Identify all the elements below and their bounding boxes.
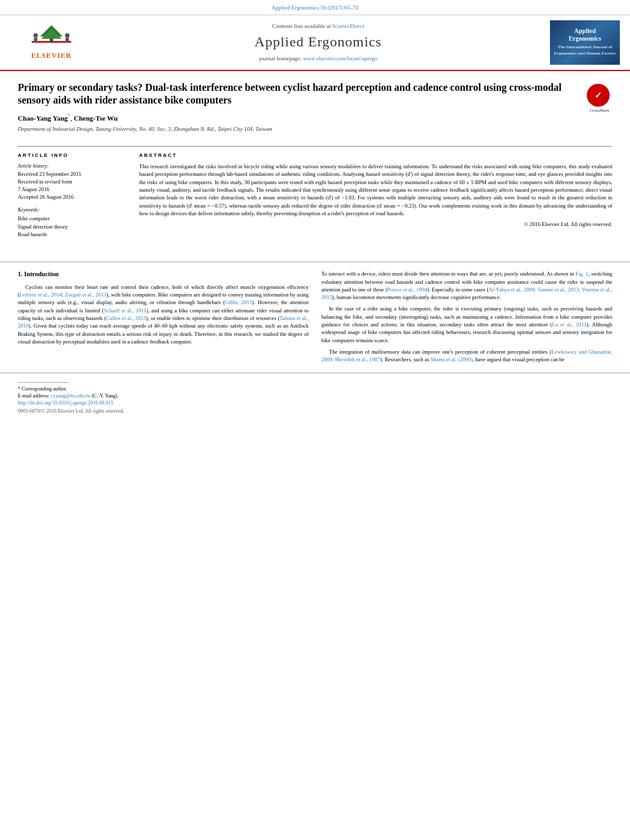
elsevier-logo-area: Applied ELSEVIER [10, 24, 93, 60]
revised-date: 7 August 2016 [18, 186, 129, 194]
ref-shams[interactable]: Shams et al. (2000) [431, 356, 473, 363]
ref-lefever[interactable]: Lefever et al., 2014; Zorgati et al., 20… [20, 291, 107, 298]
crossmark-area: ✓ CrossMark [587, 84, 612, 114]
ref-talsma[interactable]: Talsma et al., 2010 [18, 315, 309, 329]
corresponding-author-note: * Corresponding author. [18, 385, 612, 392]
journal-reference: Applied Ergonomics 59 (2017) 65–72 [0, 0, 630, 15]
journal-logo-area: Applied Ergonomics The International Jou… [544, 20, 620, 65]
body-col-right: To interact with a device, riders must d… [321, 270, 612, 367]
email-suffix: (C.-Y. Yang). [91, 393, 118, 399]
issn-line: 0003-6870/© 2016 Elsevier Ltd. All right… [18, 408, 612, 415]
svg-rect-5 [34, 37, 37, 42]
received-date: Received 23 September 2015 [18, 171, 129, 178]
revised-label: Received in revised form [18, 178, 129, 186]
crossmark-label: CrossMark [587, 108, 612, 114]
keywords-label: Keywords: [18, 206, 129, 213]
logo-line1: Applied [574, 27, 596, 35]
sciencedirect-link[interactable]: ScienceDirect [332, 23, 364, 29]
section1-heading: 1. Introduction [18, 270, 309, 279]
authors-line: Chao-Yang Yang*, Cheng-Tse Wu [18, 112, 577, 123]
ref-preece[interactable]: Preece et al., 1994 [387, 286, 427, 293]
journal-title: Applied Ergonomics [93, 32, 544, 52]
author1-name: Chao-Yang Yang [18, 114, 68, 122]
intro-para1: Cyclists can monitor their heart rate an… [18, 283, 309, 346]
article-info-label: ARTICLE INFO [18, 152, 129, 159]
ref-cullen[interactable]: Cullen et al., 2013 [106, 315, 146, 321]
logo-line2: Ergonomics [568, 35, 601, 43]
article-title-area: Primary or secondary tasks? Dual-task in… [18, 81, 612, 140]
svg-point-4 [34, 33, 38, 37]
article-history-group: Article history: Received 23 September 2… [18, 163, 129, 201]
body-col-left: 1. Introduction Cyclists can monitor the… [18, 270, 309, 367]
article-content: Primary or secondary tasks? Dual-task in… [0, 71, 630, 255]
elsevier-logo: Applied ELSEVIER [10, 24, 93, 60]
ref-alyahya[interactable]: Al-Yahya et al., 2009; Simoni et al., 20… [321, 286, 612, 300]
page: Applied Ergonomics 59 (2017) 65–72 [0, 0, 630, 840]
author2-name: Cheng-Tse Wu [74, 114, 117, 122]
abstract-label: ABSTRACT [139, 152, 612, 159]
footer: * Corresponding author. E-mail address: … [0, 373, 630, 418]
accepted-date: Accepted 26 August 2016 [18, 194, 129, 201]
elsevier-name: ELSEVIER [31, 51, 72, 60]
corresponding-label: * Corresponding author. [18, 386, 67, 392]
footnote-divider [18, 382, 69, 383]
email-label: E-mail address: [18, 393, 50, 399]
keyword3: Road hazards [18, 230, 129, 239]
ref-fig1[interactable]: Fig. 1 [575, 270, 588, 277]
crossmark-icon: ✓ [587, 84, 610, 107]
article-info-abstract: ARTICLE INFO Article history: Received 2… [18, 146, 612, 244]
abstract-column: ABSTRACT This research investigated the … [139, 152, 612, 244]
keywords-list: Bike computer Signal detection theory Ro… [18, 215, 129, 239]
svg-text:✓: ✓ [594, 90, 602, 100]
ref-gibbs[interactable]: Gibbs, 2013 [225, 299, 252, 305]
article-title: Primary or secondary tasks? Dual-task in… [18, 81, 577, 108]
ref-lu[interactable]: Lu et al., 2011 [552, 321, 586, 328]
homepage-url[interactable]: www.elsevier.com/locate/apergo [303, 55, 377, 62]
contents-text: Contents lists available at [272, 23, 331, 29]
journal-ref-text: Applied Ergonomics 59 (2017) 65–72 [272, 4, 359, 11]
body-content: 1. Introduction Cyclists can monitor the… [0, 270, 630, 367]
journal-homepage: journal homepage: www.elsevier.com/locat… [93, 55, 544, 63]
affiliation: Department of Industrial Design, Tatung … [18, 125, 577, 133]
abstract-text: This research investigated the risks inv… [139, 163, 612, 217]
email-link[interactable]: cyyang@ttu.edu.tw [51, 393, 90, 399]
section-divider [0, 262, 630, 262]
keyword2: Signal detection theory [18, 223, 129, 231]
crossmark-svg: ✓ [589, 86, 607, 104]
intro-para3: In the case of a rider using a bike comp… [321, 305, 612, 344]
svg-point-6 [65, 33, 69, 37]
author1-sup: * [68, 113, 70, 119]
article-info-column: ARTICLE INFO Article history: Received 2… [18, 152, 129, 244]
keywords-group: Keywords: Bike computer Signal detection… [18, 206, 129, 239]
intro-para2: To interact with a device, riders must d… [321, 270, 612, 301]
copyright-notice: © 2016 Elsevier Ltd. All rights reserved… [139, 221, 612, 229]
ref-scharff[interactable]: Scharff et al., 2011 [104, 307, 147, 314]
contents-available-line: Contents lists available at ScienceDirec… [93, 22, 544, 30]
elsevier-tree-icon [26, 24, 77, 50]
doi-link[interactable]: http://dx.doi.org/10.1016/j.apergo.2016.… [18, 399, 612, 406]
journal-header: Applied ELSEVIER Contents lists availabl… [0, 15, 630, 71]
email-note: E-mail address: cyyang@ttu.edu.tw (C.-Y.… [18, 392, 612, 399]
keyword1: Bike computer [18, 215, 129, 223]
svg-rect-7 [65, 37, 69, 42]
history-label: Article history: [18, 163, 129, 170]
journal-title-area: Contents lists available at ScienceDirec… [93, 22, 544, 63]
section-number: 1. [18, 270, 23, 277]
homepage-label: journal homepage: [259, 55, 302, 62]
journal-logo-box: Applied Ergonomics The International Jou… [550, 20, 620, 65]
intro-para4: The integration of multisensory data can… [321, 348, 612, 364]
logo-subtitle: The International Journal ofErgonomics a… [554, 44, 615, 57]
section-title: Introduction [24, 270, 58, 277]
article-title-block: Primary or secondary tasks? Dual-task in… [18, 81, 577, 140]
